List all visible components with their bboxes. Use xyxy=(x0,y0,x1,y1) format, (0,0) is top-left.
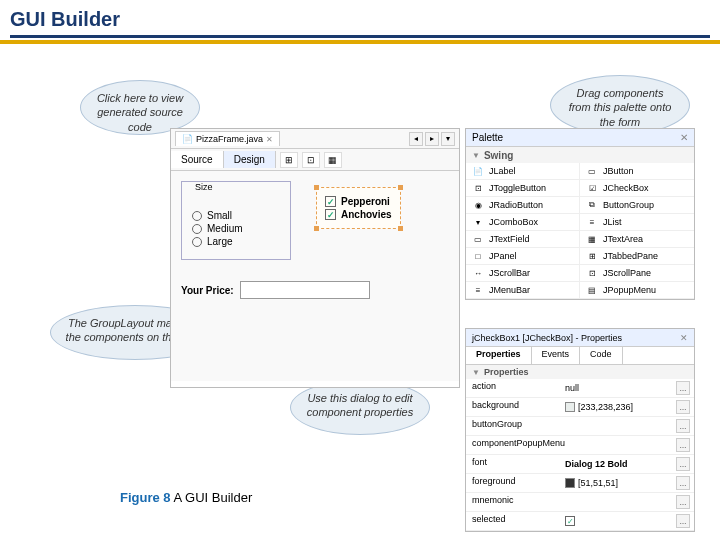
gold-bar xyxy=(0,40,720,44)
close-icon[interactable]: ✕ xyxy=(266,135,273,144)
component-label: JTextField xyxy=(489,234,530,244)
palette-item[interactable]: 📄JLabel xyxy=(466,163,580,180)
color-swatch xyxy=(565,402,575,412)
property-row[interactable]: selected✓… xyxy=(466,512,694,531)
tool-icon-2[interactable]: ⊡ xyxy=(302,152,320,168)
ellipsis-button[interactable]: … xyxy=(676,400,690,414)
nav-next-icon[interactable]: ▸ xyxy=(425,132,439,146)
component-label: JToggleButton xyxy=(489,183,546,193)
component-icon: ▾ xyxy=(472,217,484,227)
component-icon: ▦ xyxy=(586,234,598,244)
palette-title: Palette xyxy=(472,132,503,143)
property-row[interactable]: fontDialog 12 Bold… xyxy=(466,455,694,474)
property-value-cell[interactable]: … xyxy=(561,417,694,435)
property-value-cell[interactable]: … xyxy=(561,493,694,511)
tab-events[interactable]: Events xyxy=(532,347,581,364)
tool-icon-3[interactable]: ▦ xyxy=(324,152,342,168)
nav-menu-icon[interactable]: ▾ xyxy=(441,132,455,146)
property-row[interactable]: background[233,238,236]… xyxy=(466,398,694,417)
property-name: mnemonic xyxy=(466,493,561,511)
palette-item[interactable]: □JPanel xyxy=(466,248,580,265)
color-swatch xyxy=(565,478,575,488)
palette-category[interactable]: ▼ Swing xyxy=(466,147,694,163)
radio-small[interactable]: Small xyxy=(192,210,280,221)
property-value: null xyxy=(565,383,579,393)
selection-handle[interactable] xyxy=(314,226,319,231)
ellipsis-button[interactable]: … xyxy=(676,419,690,433)
palette-item[interactable]: ▤JPopupMenu xyxy=(580,282,694,299)
tab-properties[interactable]: Properties xyxy=(466,347,532,364)
property-row[interactable]: componentPopupMenu… xyxy=(466,436,694,455)
component-icon: ▭ xyxy=(472,234,484,244)
palette-item[interactable]: ⊡JScrollPane xyxy=(580,265,694,282)
callout-source: Click here to view generated source code xyxy=(80,80,200,135)
tab-code[interactable]: Code xyxy=(580,347,623,364)
palette-item[interactable]: ▭JTextField xyxy=(466,231,580,248)
palette-item[interactable]: ⊞JTabbedPane xyxy=(580,248,694,265)
price-input[interactable] xyxy=(240,281,370,299)
property-row[interactable]: buttonGroup… xyxy=(466,417,694,436)
design-surface[interactable]: Size Small Medium Large ✓Pepperoni ✓Anch… xyxy=(171,171,459,381)
component-label: JList xyxy=(603,217,622,227)
design-button[interactable]: Design xyxy=(224,151,276,168)
tool-icon-1[interactable]: ⊞ xyxy=(280,152,298,168)
component-icon: ⊡ xyxy=(586,268,598,278)
palette-item[interactable]: ≡JMenuBar xyxy=(466,282,580,299)
source-button[interactable]: Source xyxy=(171,151,224,168)
palette-item[interactable]: ▭JButton xyxy=(580,163,694,180)
editor-panel: 📄 PizzaFrame.java ✕ ◂ ▸ ▾ Source Design … xyxy=(170,128,460,388)
properties-panel: jCheckBox1 [JCheckBox] - Properties ✕ Pr… xyxy=(465,328,695,532)
checkbox-anchovies[interactable]: ✓Anchovies xyxy=(325,209,392,220)
ellipsis-button[interactable]: … xyxy=(676,495,690,509)
component-icon: ⧉ xyxy=(586,200,598,210)
property-row[interactable]: mnemonic… xyxy=(466,493,694,512)
file-icon: 📄 xyxy=(182,134,193,144)
size-panel[interactable]: Size Small Medium Large xyxy=(181,181,291,260)
property-value-cell[interactable]: [233,238,236]… xyxy=(561,398,694,416)
ellipsis-button[interactable]: … xyxy=(676,476,690,490)
close-icon[interactable]: ✕ xyxy=(680,333,688,343)
radio-label: Medium xyxy=(207,223,243,234)
palette-item[interactable]: ◉JRadioButton xyxy=(466,197,580,214)
property-value-cell[interactable]: … xyxy=(561,436,694,454)
property-row[interactable]: foreground[51,51,51]… xyxy=(466,474,694,493)
component-label: JMenuBar xyxy=(489,285,530,295)
ellipsis-button[interactable]: … xyxy=(676,514,690,528)
property-value-cell[interactable]: null… xyxy=(561,379,694,397)
selection-handle[interactable] xyxy=(398,185,403,190)
palette-item[interactable]: ⧉ButtonGroup xyxy=(580,197,694,214)
properties-category[interactable]: ▼ Properties xyxy=(466,365,694,379)
property-value-cell[interactable]: ✓… xyxy=(561,512,694,530)
property-value-cell[interactable]: Dialog 12 Bold… xyxy=(561,455,694,473)
component-label: JButton xyxy=(603,166,634,176)
ellipsis-button[interactable]: … xyxy=(676,457,690,471)
palette-item[interactable]: ▦JTextArea xyxy=(580,231,694,248)
radio-medium[interactable]: Medium xyxy=(192,223,280,234)
ellipsis-button[interactable]: … xyxy=(676,438,690,452)
ellipsis-button[interactable]: … xyxy=(676,381,690,395)
component-label: ButtonGroup xyxy=(603,200,654,210)
close-icon[interactable]: ✕ xyxy=(680,132,688,143)
nav-prev-icon[interactable]: ◂ xyxy=(409,132,423,146)
checkbox-pepperoni[interactable]: ✓Pepperoni xyxy=(325,196,392,207)
selection-handle[interactable] xyxy=(314,185,319,190)
palette-item[interactable]: ▾JComboBox xyxy=(466,214,580,231)
palette-grid: 📄JLabel▭JButton⊡JToggleButton☑JCheckBox◉… xyxy=(466,163,694,299)
palette-item[interactable]: ☑JCheckBox xyxy=(580,180,694,197)
selection-handle[interactable] xyxy=(398,226,403,231)
property-value-cell[interactable]: [51,51,51]… xyxy=(561,474,694,492)
properties-tabs: Properties Events Code xyxy=(466,347,694,365)
palette-item[interactable]: ↔JScrollBar xyxy=(466,265,580,282)
tab-nav: ◂ ▸ ▾ xyxy=(409,132,455,146)
component-icon: ☑ xyxy=(586,183,598,193)
palette-item[interactable]: ≡JList xyxy=(580,214,694,231)
checkbox-icon[interactable]: ✓ xyxy=(565,516,575,526)
file-tab[interactable]: 📄 PizzaFrame.java ✕ xyxy=(175,131,280,146)
component-icon: ▤ xyxy=(586,285,598,295)
component-label: JLabel xyxy=(489,166,516,176)
checkbox-selection[interactable]: ✓Pepperoni ✓Anchovies xyxy=(316,187,401,229)
palette-item[interactable]: ⊡JToggleButton xyxy=(466,180,580,197)
property-row[interactable]: actionnull… xyxy=(466,379,694,398)
component-icon: 📄 xyxy=(472,166,484,176)
radio-large[interactable]: Large xyxy=(192,236,280,247)
